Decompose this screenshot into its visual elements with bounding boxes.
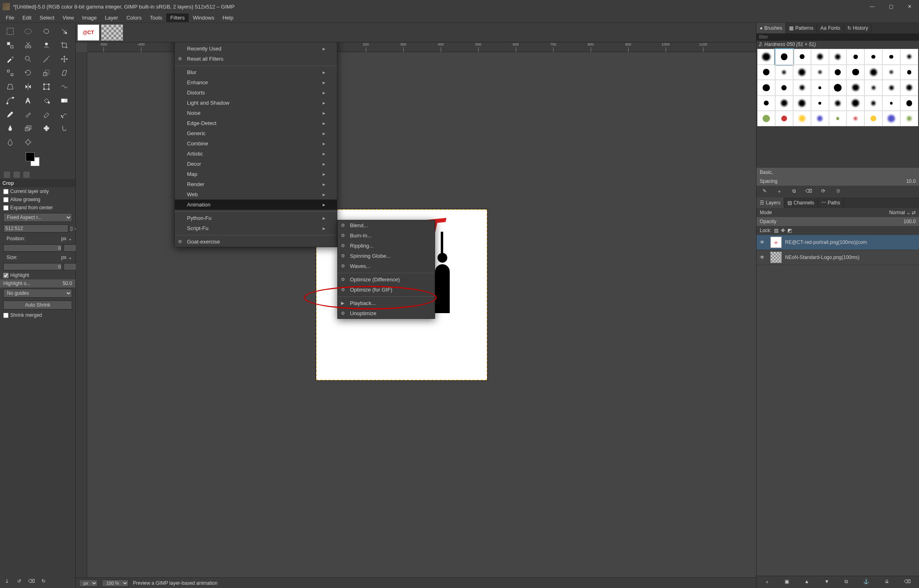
submenu-optimize-for-gif-[interactable]: ⚙Optimize (for GIF) xyxy=(338,285,435,295)
gradient-tool[interactable] xyxy=(57,94,72,107)
brush-swatch[interactable] xyxy=(846,80,864,96)
tab-brushes[interactable]: ●Brushes xyxy=(756,23,786,33)
menu-edit[interactable]: Edit xyxy=(18,13,35,22)
menu-layer[interactable]: Layer xyxy=(101,13,123,22)
rect-select-tool[interactable] xyxy=(2,25,18,37)
flip-tool[interactable] xyxy=(20,81,36,93)
color-swatches[interactable] xyxy=(3,152,72,169)
cage-tool[interactable] xyxy=(39,81,54,93)
pencil-tool[interactable] xyxy=(2,108,18,121)
duplicate-brush-icon[interactable]: ⧉ xyxy=(790,188,798,195)
menu-animation[interactable]: Animation▸ xyxy=(175,200,337,210)
brush-swatch[interactable] xyxy=(864,111,882,126)
anchor-layer-icon[interactable]: ⚓ xyxy=(863,579,869,586)
lock-pixels-icon[interactable]: ▨ xyxy=(774,228,778,233)
delete-layer-icon[interactable]: ⌫ xyxy=(904,579,911,586)
scissors-tool[interactable] xyxy=(20,39,36,51)
paintbrush-tool[interactable] xyxy=(20,108,36,121)
menu-view[interactable]: View xyxy=(59,13,78,22)
pattern-indicator[interactable] xyxy=(13,171,20,178)
brush-swatch[interactable] xyxy=(864,80,882,96)
spacing-slider[interactable]: Spacing10.0 xyxy=(756,177,919,186)
size-w-input[interactable] xyxy=(3,263,62,270)
heal-tool[interactable] xyxy=(39,122,54,134)
delete-brush-icon[interactable]: ⌫ xyxy=(805,188,813,195)
portrait-icon[interactable]: ▯ xyxy=(70,226,73,231)
submenu-spinning-globe-[interactable]: ⚙Spinning Globe... xyxy=(338,251,435,261)
menu-file[interactable]: File xyxy=(2,13,18,22)
brush-grid[interactable] xyxy=(757,49,918,126)
color-select-tool[interactable] xyxy=(2,39,18,51)
brush-swatch[interactable] xyxy=(793,80,811,96)
menu-script-fu[interactable]: Script-Fu▸ xyxy=(175,223,337,233)
ruler-vertical[interactable] xyxy=(76,52,87,577)
edit-brush-icon[interactable]: ✎ xyxy=(761,188,769,195)
pos-x-input[interactable] xyxy=(3,244,62,252)
free-select-tool[interactable] xyxy=(39,25,54,37)
brush-preset-select[interactable]: Basic, xyxy=(756,168,919,177)
submenu-burn-in-[interactable]: ⚙Burn-In... xyxy=(338,230,435,241)
brush-swatch[interactable] xyxy=(882,80,900,96)
brush-indicator[interactable] xyxy=(3,171,11,178)
color-picker-tool[interactable] xyxy=(2,53,18,65)
lower-layer-icon[interactable]: ▼ xyxy=(824,579,829,586)
delete-options-icon[interactable]: ⌫ xyxy=(27,577,36,586)
submenu-rippling-[interactable]: ⚙Rippling... xyxy=(338,241,435,251)
brush-swatch[interactable] xyxy=(811,65,829,80)
open-brush-icon[interactable]: ⧁ xyxy=(834,188,842,195)
menu-select[interactable]: Select xyxy=(35,13,58,22)
brush-swatch[interactable] xyxy=(829,96,847,111)
brush-swatch[interactable] xyxy=(793,65,811,80)
brush-swatch[interactable] xyxy=(829,49,847,65)
submenu-playback-[interactable]: ▶Playback... xyxy=(338,296,435,308)
brush-swatch[interactable] xyxy=(864,96,882,111)
submenu-waves-[interactable]: ⚙Waves... xyxy=(338,261,435,271)
menu-light-and-shadow[interactable]: Light and Shadow▸ xyxy=(175,98,337,108)
brush-swatch[interactable] xyxy=(829,111,847,126)
clone-tool[interactable] xyxy=(20,122,36,134)
duplicate-layer-icon[interactable]: ⧉ xyxy=(844,579,848,586)
menu-colors[interactable]: Colors xyxy=(122,13,146,22)
new-brush-icon[interactable]: ＋ xyxy=(775,188,783,195)
ellipse-select-tool[interactable] xyxy=(20,25,36,37)
brush-swatch[interactable] xyxy=(775,49,793,65)
auto-shrink-button[interactable]: Auto Shrink xyxy=(3,301,72,309)
menu-noise[interactable]: Noise▸ xyxy=(175,108,337,118)
brush-swatch[interactable] xyxy=(793,49,811,65)
tab-fonts[interactable]: AaFonts xyxy=(817,23,844,33)
perspective-tool[interactable] xyxy=(2,81,18,93)
visibility-icon[interactable]: 👁 xyxy=(760,239,767,245)
brush-swatch[interactable] xyxy=(846,49,864,65)
brush-swatch[interactable] xyxy=(829,65,847,80)
brush-swatch[interactable] xyxy=(900,49,918,65)
tab-history[interactable]: ↻History xyxy=(844,23,872,33)
brush-swatch[interactable] xyxy=(829,80,847,96)
menu-render[interactable]: Render▸ xyxy=(175,179,337,189)
opt-highlight[interactable]: Highlight xyxy=(0,271,75,279)
refresh-brush-icon[interactable]: ⟳ xyxy=(819,188,827,195)
brush-swatch[interactable] xyxy=(757,49,775,65)
brush-swatch[interactable] xyxy=(811,111,829,126)
blur-tool[interactable] xyxy=(2,136,18,148)
crop-tool[interactable] xyxy=(57,39,72,51)
eraser-tool[interactable] xyxy=(39,108,54,121)
raise-layer-icon[interactable]: ▲ xyxy=(804,579,809,586)
measure-tool[interactable] xyxy=(39,53,54,65)
brush-swatch[interactable] xyxy=(882,49,900,65)
blend-mode-row[interactable]: ModeNormal ⌄ ⇄ xyxy=(756,208,919,217)
brush-swatch[interactable] xyxy=(846,65,864,80)
image-tab-1[interactable]: @CT xyxy=(77,24,99,41)
brush-swatch[interactable] xyxy=(900,111,918,126)
save-options-icon[interactable]: ⤓ xyxy=(2,577,11,586)
tab-layers[interactable]: ☰Layers xyxy=(756,197,784,208)
opt-current-layer[interactable]: Current layer only xyxy=(0,187,75,195)
tab-paths[interactable]: 〰Paths xyxy=(818,197,844,208)
highlight-opacity-slider[interactable]: Highlight o... 50.0 xyxy=(0,279,75,287)
reset-options-icon[interactable]: ↻ xyxy=(39,577,48,586)
submenu-blend-[interactable]: ⚙Blend... xyxy=(338,220,435,230)
lock-alpha-icon[interactable]: ◩ xyxy=(787,228,792,233)
opt-expand-center[interactable]: Expand from center xyxy=(0,204,75,212)
visibility-icon[interactable]: 👁 xyxy=(760,255,767,260)
menu-edge-detect[interactable]: Edge-Detect▸ xyxy=(175,118,337,128)
brush-swatch[interactable] xyxy=(811,49,829,65)
